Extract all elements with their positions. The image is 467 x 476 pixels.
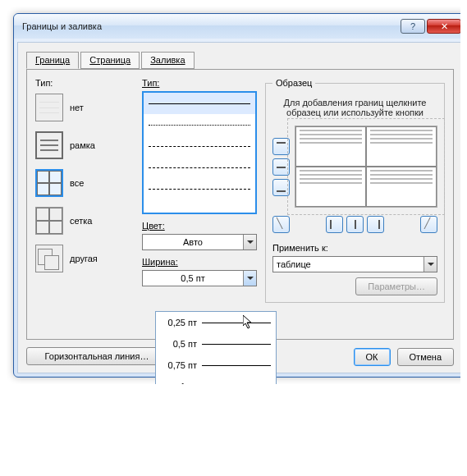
linestyle-dotted[interactable] bbox=[144, 114, 255, 135]
setting-grid-icon bbox=[35, 207, 63, 235]
width-option[interactable]: 1 пт bbox=[156, 376, 276, 384]
setting-box[interactable]: рамка bbox=[35, 129, 134, 162]
ok-button[interactable]: ОК bbox=[354, 348, 391, 366]
preview-legend: Образец bbox=[272, 78, 315, 88]
apply-value: таблице bbox=[273, 259, 424, 269]
chevron-down-icon bbox=[424, 257, 437, 272]
setting-box-icon bbox=[35, 131, 63, 159]
preview-hint: Для добавления границ щелкните образец и… bbox=[272, 98, 437, 117]
linestyle-dashed-fine[interactable] bbox=[144, 135, 255, 157]
linestyle-solid[interactable] bbox=[144, 93, 255, 114]
setting-custom-icon bbox=[35, 245, 63, 272]
width-option[interactable]: 0,5 пт bbox=[156, 333, 276, 355]
close-button[interactable]: ✕ bbox=[427, 19, 460, 34]
setting-none-label: нет bbox=[70, 103, 84, 112]
border-right-button[interactable] bbox=[367, 216, 384, 233]
edge-buttons-vertical bbox=[272, 138, 290, 196]
horizontal-line-button[interactable]: Горизонтальная линия… bbox=[26, 347, 167, 365]
setting-grid[interactable]: сетка bbox=[35, 204, 134, 237]
width-option[interactable]: 0,25 пт bbox=[156, 312, 276, 333]
color-label: Цвет: bbox=[142, 221, 257, 231]
dialog-window: Границы и заливка ? ✕ Граница Страница З… bbox=[13, 13, 460, 378]
width-option[interactable]: 0,75 пт bbox=[156, 355, 276, 376]
width-value: 0,5 пт bbox=[143, 273, 243, 283]
preview-column: Образец Для добавления границ щелкните о… bbox=[265, 78, 445, 303]
border-left-button[interactable] bbox=[326, 216, 343, 233]
linestyle-label: Тип: bbox=[142, 78, 257, 88]
titlebar: Границы и заливка ? ✕ bbox=[14, 14, 460, 39]
preview-sample[interactable] bbox=[295, 126, 437, 208]
setting-grid-label: сетка bbox=[70, 216, 92, 226]
setting-label: Тип: bbox=[35, 78, 134, 88]
setting-all-label: все bbox=[70, 178, 84, 188]
setting-custom[interactable]: другая bbox=[35, 242, 134, 275]
tab-fill[interactable]: Заливка bbox=[141, 52, 194, 69]
panel: Тип: нет рамка все сетк bbox=[26, 69, 454, 340]
width-label: Ширина: bbox=[142, 257, 257, 267]
border-hmiddle-button[interactable] bbox=[272, 158, 290, 176]
tab-page[interactable]: Страница bbox=[80, 52, 140, 69]
apply-section: Применить к: таблице Параметры… bbox=[272, 243, 437, 295]
setting-none[interactable]: нет bbox=[35, 91, 134, 124]
setting-column: Тип: нет рамка все сетк bbox=[35, 78, 134, 303]
setting-all[interactable]: все bbox=[35, 167, 134, 199]
setting-custom-label: другая bbox=[70, 254, 98, 263]
setting-none-icon bbox=[35, 94, 63, 121]
border-bottom-button[interactable] bbox=[272, 179, 290, 196]
chevron-down-icon bbox=[243, 271, 256, 286]
help-button[interactable]: ? bbox=[401, 19, 425, 34]
preview-group: Образец Для добавления границ щелкните о… bbox=[265, 78, 445, 303]
window-title: Границы и заливка bbox=[19, 21, 399, 31]
linestyle-dashed[interactable] bbox=[144, 157, 255, 178]
options-button: Параметры… bbox=[355, 277, 437, 295]
border-diag-up-button[interactable] bbox=[420, 216, 437, 233]
tab-border[interactable]: Граница bbox=[26, 52, 79, 69]
cancel-button[interactable]: Отмена bbox=[397, 348, 454, 366]
tab-strip: Граница Страница Заливка bbox=[26, 51, 454, 69]
preview-area bbox=[272, 126, 437, 208]
apply-label: Применить к: bbox=[272, 243, 437, 253]
border-diag-down-button[interactable] bbox=[272, 216, 290, 233]
linestyle-dashdot[interactable] bbox=[144, 178, 255, 199]
setting-all-icon bbox=[35, 169, 63, 197]
dialog-actions: ОК Отмена bbox=[354, 348, 454, 366]
style-column: Тип: Цвет: Авто Ширина: bbox=[142, 78, 257, 303]
width-dropdown[interactable]: 0,25 пт 0,5 пт 0,75 пт 1 пт 1,5 пт 2,25 … bbox=[155, 311, 277, 384]
border-vmiddle-button[interactable] bbox=[346, 216, 364, 233]
width-combo[interactable]: 0,5 пт bbox=[142, 270, 257, 286]
setting-box-label: рамка bbox=[70, 140, 95, 150]
border-top-button[interactable] bbox=[272, 138, 290, 155]
linestyle-list[interactable] bbox=[142, 91, 257, 214]
color-value: Авто bbox=[143, 237, 243, 247]
chevron-down-icon bbox=[243, 235, 256, 249]
apply-combo[interactable]: таблице bbox=[272, 256, 437, 272]
color-combo[interactable]: Авто bbox=[142, 234, 257, 250]
